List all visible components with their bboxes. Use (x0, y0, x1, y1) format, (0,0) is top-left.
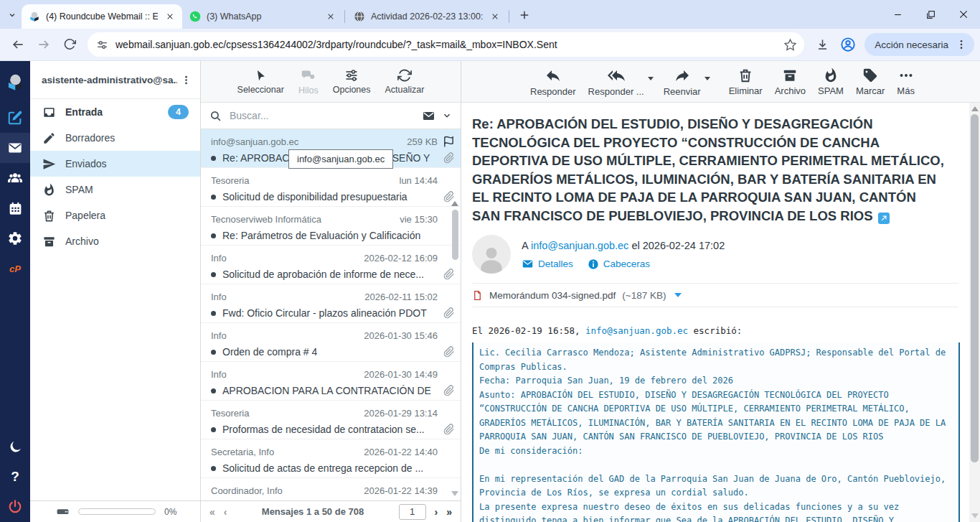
folder-archive[interactable]: Archivo (30, 228, 200, 254)
prev-page-button[interactable]: ‹ (224, 506, 227, 518)
view-toolbar: Responder Responder ... Reenviar (461, 61, 980, 103)
folder-trash[interactable]: Papelera (30, 202, 200, 228)
quote-text: Lic. Cecilia Carrasco Mendoza; Asistente… (479, 346, 953, 522)
refresh-button[interactable]: Actualizar (384, 68, 426, 95)
tab-whatsapp[interactable]: (3) WhatsApp (182, 4, 343, 29)
threads-button[interactable]: Hilos (297, 68, 320, 95)
cpanel-link[interactable]: cP (0, 253, 30, 284)
address-bar[interactable]: webmail.sanjuan.gob.ec/cpsess1364244002/… (88, 32, 804, 57)
message-list-item[interactable]: Tesoreria 2026-01-29 13:14 Proformas de … (201, 401, 461, 439)
message-list-item[interactable]: Info 2026-01-30 15:46 Orden de compra # … (201, 323, 461, 362)
quote-author-email-link[interactable]: info@sanjuan.gob.ec (585, 325, 688, 336)
first-page-button[interactable]: « (209, 506, 215, 518)
flag-icon[interactable] (438, 135, 455, 148)
tab-separator (509, 10, 509, 23)
folder-inbox[interactable]: Entrada 4 (30, 99, 200, 125)
spam-button[interactable]: SPAM (818, 67, 844, 96)
headers-toggle[interactable]: Cabeceras (588, 258, 650, 270)
attachment-menu-caret-icon[interactable] (674, 293, 682, 297)
message-list-item[interactable]: Info 2026-02-12 16:09 Solicitud de aprob… (201, 246, 461, 284)
download-button[interactable] (810, 32, 834, 57)
message-row-line1: info@sanjuan.gob.ec 259 KB (211, 135, 455, 148)
restore-button[interactable] (914, 0, 947, 29)
list-pagination: « ‹ Mensajes 1 a 50 de 708 › » (201, 500, 461, 522)
dark-mode-button[interactable] (0, 432, 30, 462)
tab-close-icon[interactable] (489, 10, 501, 23)
attachment-name[interactable]: Memorándum 034-signed.pdf (489, 290, 616, 301)
storage-disk-icon (56, 505, 70, 518)
select-button[interactable]: Seleccionar (236, 69, 286, 95)
back-button[interactable] (6, 32, 30, 57)
logout-button[interactable] (0, 492, 30, 522)
tab-roundcube[interactable]: (4) Roundcube Webmail :: Envia (22, 4, 182, 29)
scroll-down-arrow[interactable] (971, 513, 979, 518)
reload-button[interactable] (57, 32, 82, 57)
help-button[interactable]: ? (0, 462, 30, 492)
last-page-button[interactable]: » (446, 506, 452, 518)
rail-contacts-button[interactable] (0, 163, 30, 193)
archive-button[interactable]: Archivo (775, 67, 806, 96)
delete-button[interactable]: Eliminar (729, 67, 763, 96)
unread-dot (211, 427, 216, 432)
message-subject: Orden de compra # 4 (222, 346, 432, 358)
message-list-item[interactable]: Info 2026-02-11 15:02 Fwd: Oficio Circul… (201, 284, 461, 323)
forward-button[interactable]: Reenviar (664, 67, 701, 97)
folder-sent[interactable]: Enviados (30, 151, 200, 177)
window-controls (881, 0, 980, 29)
scroll-up-arrow[interactable] (971, 106, 979, 111)
search-scope-mail-icon[interactable] (422, 109, 435, 123)
list-scroll-up-arrow[interactable] (451, 201, 458, 206)
select-label: Seleccionar (237, 85, 284, 95)
message-list-item[interactable]: Coordinador, Info 2026-01-22 14:39 (201, 478, 461, 500)
tab-close-icon[interactable] (324, 10, 337, 23)
options-button[interactable]: Opciones (331, 68, 372, 95)
details-toggle[interactable]: Detalles (522, 258, 573, 270)
forward-caret-icon[interactable] (705, 77, 710, 80)
tab-actividad[interactable]: Actividad 2026-02-23 13:00:00 (347, 4, 507, 29)
site-info-icon[interactable] (96, 39, 108, 51)
bookmark-star-icon[interactable] (783, 38, 797, 52)
message-list-item[interactable]: Secretaria, Info 2026-01-22 14:40 Solici… (201, 439, 461, 478)
close-window-button[interactable] (947, 0, 980, 29)
list-scroll-down-arrow[interactable] (451, 491, 458, 496)
compose-button[interactable] (0, 103, 30, 133)
more-button[interactable]: Más (897, 67, 915, 96)
external-link-icon[interactable] (878, 213, 890, 224)
rail-mail-button[interactable] (0, 133, 30, 163)
new-tab-button[interactable] (515, 6, 534, 24)
search-options-chevron-icon[interactable] (442, 111, 452, 121)
reply-button[interactable]: Responder (530, 67, 576, 97)
profile-avatar-icon[interactable] (836, 32, 860, 57)
mark-label: Marcar (856, 85, 885, 96)
action-needed-chip[interactable]: Acción necesaria (864, 33, 974, 56)
folder-drafts[interactable]: Borradores (30, 125, 200, 151)
account-menu-icon[interactable] (177, 69, 194, 90)
minimize-button[interactable] (881, 0, 914, 29)
reply-all-button[interactable]: Responder ... (588, 67, 644, 97)
forward-button[interactable] (32, 32, 56, 57)
mark-button[interactable]: Marcar (856, 67, 885, 96)
message-list-item[interactable]: Info 2026-01-30 14:49 APROBACION PARA LA… (201, 362, 461, 401)
tab-close-icon[interactable] (164, 10, 176, 23)
browser-menu-icon[interactable] (953, 34, 970, 55)
recipient-email-link[interactable]: info@sanjuan.gob.ec (531, 240, 628, 251)
search-input[interactable] (228, 109, 415, 122)
reply-all-caret-icon[interactable] (648, 77, 654, 80)
attachment-item[interactable]: Memorándum 034-signed.pdf (~187 KB) (472, 283, 958, 307)
message-list-item[interactable]: Tecnoserviweb Informática vie 15:30 Re: … (201, 207, 461, 246)
view-scrollbar[interactable] (969, 103, 980, 522)
url-text[interactable]: webmail.sanjuan.gob.ec/cpsess1364244002/… (116, 39, 783, 50)
view-scrollbar-thumb[interactable] (971, 114, 979, 462)
rail-settings-button[interactable] (0, 223, 30, 253)
next-page-button[interactable]: › (435, 506, 438, 518)
page-number-input[interactable] (399, 504, 426, 520)
message-sender: Coordinador, Info (211, 485, 358, 496)
tab-search-button[interactable] (3, 3, 22, 27)
paperclip-icon (438, 152, 455, 164)
message-list-item[interactable]: Tesoreria lun 14:44 Solicitud de disponi… (201, 168, 461, 207)
message-date: 2026-02-11 15:02 (364, 292, 438, 302)
list-scrollbar-thumb[interactable] (452, 210, 458, 260)
rail-calendar-button[interactable] (0, 193, 30, 223)
message-row-line1: Info 2026-01-30 14:49 (211, 368, 455, 381)
folder-spam[interactable]: SPAM (30, 177, 200, 202)
